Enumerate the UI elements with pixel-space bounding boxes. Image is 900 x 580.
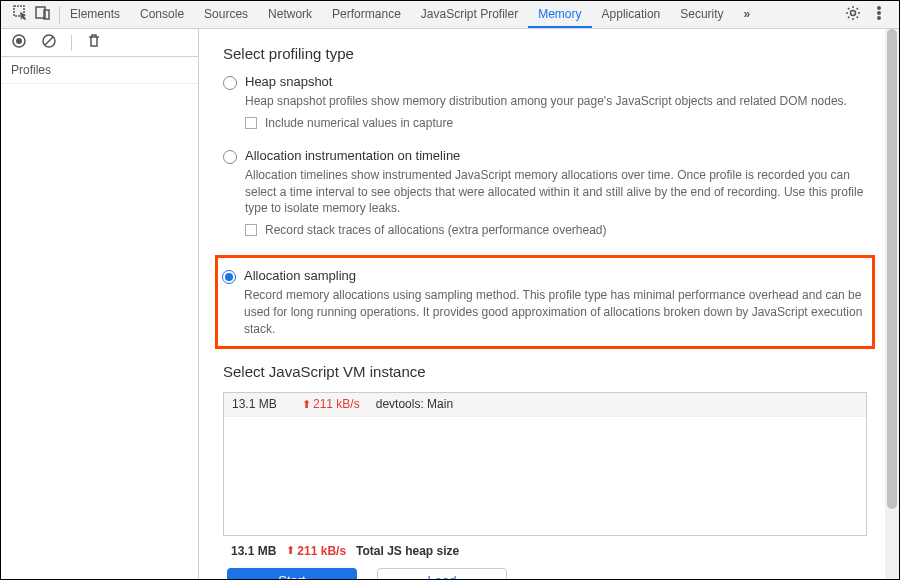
include-numerical-label: Include numerical values in capture (265, 116, 453, 130)
vm-rate-value: 211 kB/s (313, 397, 360, 411)
tab-memory[interactable]: Memory (528, 1, 591, 28)
vm-mem-size: 13.1 MB (232, 397, 292, 411)
device-toolbar-icon[interactable] (35, 5, 51, 24)
tab-console[interactable]: Console (130, 1, 194, 28)
option-allocation-sampling[interactable]: Allocation sampling Record memory alloca… (222, 268, 864, 337)
tab-security[interactable]: Security (670, 1, 733, 28)
vertical-scrollbar[interactable] (885, 29, 899, 579)
tab-performance[interactable]: Performance (322, 1, 411, 28)
allocation-timeline-desc: Allocation timelines show instrumented J… (245, 167, 867, 217)
allocation-sampling-highlight: Allocation sampling Record memory alloca… (215, 255, 875, 348)
svg-point-3 (851, 11, 856, 16)
inspect-icon-group (5, 5, 59, 24)
tabs-overflow-icon[interactable]: » (734, 1, 761, 28)
allocation-timeline-label: Allocation instrumentation on timeline (245, 148, 867, 163)
start-button[interactable]: Start (227, 568, 357, 579)
summary-label: Total JS heap size (356, 544, 459, 558)
heap-snapshot-label: Heap snapshot (245, 74, 867, 89)
radio-allocation-sampling[interactable] (222, 270, 236, 284)
vm-instance-row[interactable]: 13.1 MB ⬆ 211 kB/s devtools: Main (224, 393, 866, 417)
tab-application[interactable]: Application (592, 1, 671, 28)
vm-rate: ⬆ 211 kB/s (302, 397, 360, 411)
option-allocation-timeline[interactable]: Allocation instrumentation on timeline A… (223, 148, 867, 249)
topbar-right-icons (837, 5, 895, 24)
record-icon[interactable] (11, 33, 27, 52)
inspect-element-icon[interactable] (13, 5, 29, 24)
checkbox-record-stack-traces[interactable] (245, 224, 257, 236)
allocation-sampling-desc: Record memory allocations using sampling… (244, 287, 864, 337)
heap-snapshot-desc: Heap snapshot profiles show memory distr… (245, 93, 867, 110)
vm-instance-list: 13.1 MB ⬆ 211 kB/s devtools: Main (223, 392, 867, 536)
heap-summary-row: 13.1 MB ⬆ 211 kB/s Total JS heap size (223, 536, 867, 568)
checkbox-include-numerical[interactable] (245, 117, 257, 129)
radio-heap-snapshot[interactable] (223, 76, 237, 90)
select-vm-title: Select JavaScript VM instance (223, 363, 867, 380)
svg-line-10 (45, 37, 53, 45)
summary-rate: ⬆ 211 kB/s (286, 544, 346, 558)
record-stack-traces-label: Record stack traces of allocations (extr… (265, 223, 607, 237)
devtools-topbar: Elements Console Sources Network Perform… (1, 1, 899, 29)
svg-rect-2 (44, 10, 49, 19)
sidebar-section-profiles[interactable]: Profiles (1, 57, 198, 84)
load-button[interactable]: Load (377, 568, 507, 579)
allocation-sampling-label: Allocation sampling (244, 268, 864, 283)
rate-up-arrow-icon: ⬆ (302, 398, 311, 411)
delete-icon[interactable] (86, 33, 102, 52)
action-buttons: Start Load (223, 568, 867, 579)
tab-elements[interactable]: Elements (60, 1, 130, 28)
panel-tabs: Elements Console Sources Network Perform… (60, 1, 837, 28)
svg-point-6 (878, 17, 880, 19)
tab-network[interactable]: Network (258, 1, 322, 28)
svg-point-5 (878, 12, 880, 14)
memory-panel-main: Select profiling type Heap snapshot Heap… (199, 29, 899, 579)
kebab-menu-icon[interactable] (871, 5, 887, 24)
svg-point-8 (16, 38, 22, 44)
summary-size: 13.1 MB (231, 544, 276, 558)
vm-instance-name: devtools: Main (376, 397, 453, 411)
summary-rate-value: 211 kB/s (297, 544, 346, 558)
scrollbar-thumb[interactable] (887, 29, 897, 509)
clear-icon[interactable] (41, 33, 57, 52)
option-heap-snapshot[interactable]: Heap snapshot Heap snapshot profiles sho… (223, 74, 867, 142)
svg-point-4 (878, 7, 880, 9)
radio-allocation-timeline[interactable] (223, 150, 237, 164)
settings-gear-icon[interactable] (845, 5, 861, 24)
sidebar-toolbar (1, 29, 198, 57)
tab-js-profiler[interactable]: JavaScript Profiler (411, 1, 528, 28)
tab-sources[interactable]: Sources (194, 1, 258, 28)
select-profiling-type-title: Select profiling type (223, 45, 867, 62)
rate-up-arrow-icon: ⬆ (286, 544, 295, 557)
profiles-sidebar: Profiles (1, 29, 199, 579)
